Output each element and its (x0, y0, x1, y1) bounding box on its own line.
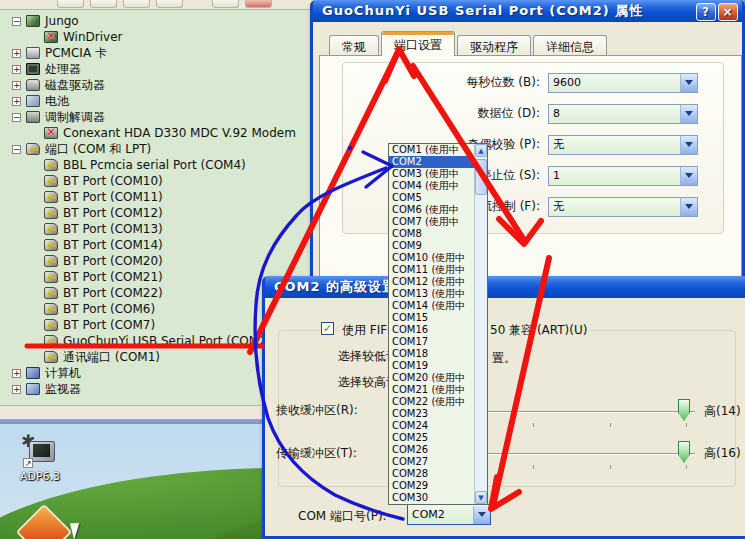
com-port-option[interactable]: COM19 (389, 360, 475, 372)
toolbar-button[interactable] (123, 0, 150, 8)
com-port-option[interactable]: COM23 (389, 408, 475, 420)
com-port-option[interactable]: COM24 (389, 420, 475, 432)
chevron-down-icon[interactable] (680, 74, 697, 92)
collapse-icon[interactable]: − (12, 113, 21, 122)
tree-item[interactable]: WinDriver (0, 29, 314, 45)
properties-title: GuoChunYi USB Serial Port (COM2) 属性 (322, 2, 643, 20)
expand-icon[interactable]: + (12, 65, 21, 74)
scroll-down-icon[interactable]: ▼ (475, 491, 487, 504)
field-combo[interactable]: 9600 (548, 73, 698, 93)
tree-item-label: 调制解调器 (45, 109, 105, 126)
com-port-option[interactable]: COM10 (使用中 (389, 252, 475, 264)
tab-driver[interactable]: 驱动程序 (457, 35, 531, 56)
com-port-option[interactable]: COM14 (使用中 (389, 300, 475, 312)
modem-icon (26, 111, 40, 123)
field-combo[interactable]: 无 (548, 197, 698, 217)
field-combo[interactable]: 无 (548, 135, 698, 155)
com-port-option[interactable]: COM12 (使用中 (389, 276, 475, 288)
chevron-down-icon[interactable] (680, 136, 697, 154)
properties-titlebar[interactable]: GuoChunYi USB Serial Port (COM2) 属性 ? × (313, 0, 742, 22)
field-row: 奇偶校验 (P):无 (320, 134, 741, 155)
screenshot-stage: ✱ ↗ ADP6.3 −JungoWinDriver+PCMCIA 卡+处理器+… (0, 0, 745, 539)
com-port-option[interactable]: COM17 (389, 336, 475, 348)
application-icon: ✱ ↗ (23, 436, 57, 468)
toolbar-button[interactable] (57, 0, 84, 8)
com-port-option[interactable]: COM25 (389, 432, 475, 444)
tree-item-label: 端口 (COM 和 LPT) (45, 141, 151, 158)
com-port-option[interactable]: COM28 (389, 468, 475, 480)
tree-item[interactable]: +处理器 (0, 61, 314, 77)
com-port-option[interactable]: COM2 (389, 156, 475, 168)
expand-icon[interactable]: + (12, 49, 21, 58)
com-port-option[interactable]: COM5 (389, 192, 475, 204)
battery-icon (26, 95, 40, 107)
tree-item[interactable]: BT Port (COM10) (0, 173, 314, 189)
chevron-down-icon[interactable] (473, 506, 490, 524)
tree-item[interactable]: −调制解调器 (0, 109, 314, 125)
com-port-option[interactable]: COM29 (389, 480, 475, 492)
tree-item[interactable]: +磁盘驱动器 (0, 77, 314, 93)
tab-details[interactable]: 详细信息 (533, 35, 607, 56)
tab-port-settings[interactable]: 端口设置 (381, 31, 455, 56)
use-fifo-checkbox[interactable]: ✓ (321, 322, 334, 335)
tree-item[interactable]: BT Port (COM12) (0, 205, 314, 221)
expand-icon[interactable]: + (12, 81, 21, 90)
port-icon (44, 159, 58, 171)
scrollbar-thumb[interactable] (475, 159, 487, 195)
com-port-option[interactable]: COM8 (389, 228, 475, 240)
tree-item[interactable]: +电池 (0, 93, 314, 109)
tree-item[interactable]: −端口 (COM 和 LPT) (0, 141, 314, 157)
toolbar-button[interactable] (212, 0, 239, 8)
close-icon[interactable]: × (718, 3, 738, 21)
com-port-number-label: COM 端口号(P): (295, 508, 390, 525)
tree-item[interactable]: BT Port (COM13) (0, 221, 314, 237)
expand-icon[interactable]: + (12, 97, 21, 106)
scroll-up-icon[interactable]: ▲ (475, 144, 487, 157)
com-port-option[interactable]: COM21 (使用中 (389, 384, 475, 396)
com-port-option[interactable]: COM11 (使用中 (389, 264, 475, 276)
chevron-down-icon[interactable] (680, 167, 697, 185)
chevron-down-icon[interactable] (680, 105, 697, 123)
field-combo[interactable]: 8 (548, 104, 698, 124)
toolbar-button[interactable] (90, 0, 117, 8)
com-port-option[interactable]: COM1 (使用中 (389, 144, 475, 156)
com-port-option[interactable]: COM16 (389, 324, 475, 336)
com-port-option[interactable]: COM6 (使用中 (389, 204, 475, 216)
tree-item[interactable]: +PCMCIA 卡 (0, 45, 314, 61)
tab-strip: 常规端口设置驱动程序详细信息 (329, 31, 609, 56)
collapse-icon[interactable]: − (12, 145, 21, 154)
com-port-option[interactable]: COM30 (389, 492, 475, 504)
tree-item[interactable]: Conexant HDA D330 MDC V.92 Modem (0, 125, 314, 141)
com-port-option[interactable]: COM22 (使用中 (389, 396, 475, 408)
chevron-down-icon[interactable] (680, 198, 697, 216)
expand-icon[interactable]: + (12, 385, 21, 394)
tree-item[interactable]: BT Port (COM20) (0, 253, 314, 269)
tree-item[interactable]: BT Port (COM11) (0, 189, 314, 205)
com-port-option[interactable]: COM4 (使用中 (389, 180, 475, 192)
com-port-option[interactable]: COM13 (使用中 (389, 288, 475, 300)
collapse-icon[interactable]: − (12, 17, 21, 26)
toolbar-button[interactable] (156, 0, 183, 8)
toolbar-button-uninstall[interactable] (245, 0, 272, 8)
field-combo[interactable]: 1 (548, 166, 698, 186)
port-settings-fields: 每秒位数 (B):9600数据位 (D):8奇偶校验 (P):无停止位 (S):… (320, 72, 741, 227)
tree-item-label: BT Port (COM13) (63, 222, 163, 236)
com-port-option[interactable]: COM9 (389, 240, 475, 252)
tree-item[interactable]: −Jungo (0, 13, 314, 29)
com-port-option[interactable]: COM7 (使用中 (389, 216, 475, 228)
expand-icon[interactable]: + (12, 369, 21, 378)
com-port-option[interactable]: COM26 (389, 444, 475, 456)
tab-general[interactable]: 常规 (329, 35, 379, 56)
com-port-option[interactable]: COM18 (389, 348, 475, 360)
tree-item[interactable]: BT Port (COM14) (0, 237, 314, 253)
com-port-option[interactable]: COM15 (389, 312, 475, 324)
com-port-option[interactable]: COM20 (使用中 (389, 372, 475, 384)
com-port-combo[interactable]: COM2 (407, 504, 491, 525)
help-button[interactable]: ? (696, 3, 716, 21)
com-port-option[interactable]: COM3 (使用中 (389, 168, 475, 180)
tree-item[interactable]: BBL Pcmcia serial Port (COM4) (0, 157, 314, 173)
dropdown-scrollbar[interactable]: ▲ ▼ (474, 144, 487, 504)
advanced-titlebar[interactable]: COM2 的高级设置 (265, 276, 745, 298)
com-port-option[interactable]: COM27 (389, 456, 475, 468)
desktop-icon-adp[interactable]: ✱ ↗ ADP6.3 (8, 436, 72, 483)
